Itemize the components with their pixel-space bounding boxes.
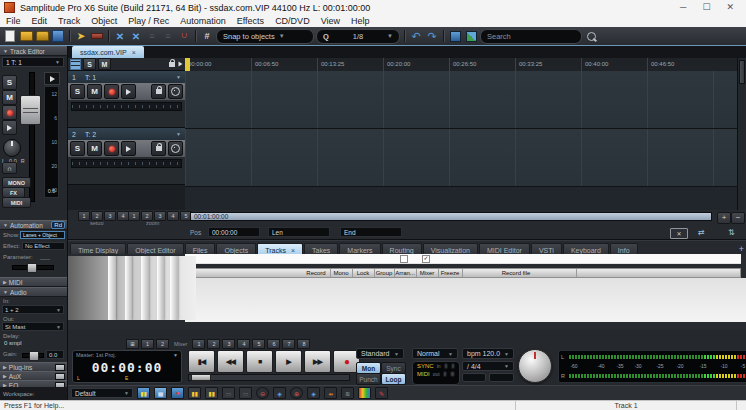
keyboard-icon[interactable]: ▦ <box>154 387 167 399</box>
menu-item[interactable]: Effects <box>237 16 264 26</box>
all-mute-button[interactable]: M <box>98 58 111 70</box>
headphone-icon[interactable]: ∩ <box>2 162 17 174</box>
lock-icon[interactable] <box>169 62 175 67</box>
draw-pen-icon[interactable]: ✎ <box>375 387 388 399</box>
marker-icon[interactable]: ▮▮ <box>188 387 201 399</box>
table-row[interactable] <box>185 254 741 264</box>
snap-magnet-icon[interactable]: ∩ <box>177 30 191 43</box>
crossfade-icon[interactable]: ⇻ <box>324 387 337 399</box>
audio-section-header[interactable]: ▼Audio <box>0 287 67 297</box>
track-settings-button[interactable] <box>168 141 183 156</box>
snapshot-button[interactable]: 5 <box>252 339 265 349</box>
project-tab[interactable]: ssdax.com.VIP × <box>72 46 144 58</box>
automation-show-value[interactable]: Lanes + Object <box>20 231 65 239</box>
track-record-button[interactable] <box>104 84 119 99</box>
track-mute-button[interactable]: M <box>87 84 102 99</box>
vertical-scrollbar-thumb[interactable] <box>739 60 745 84</box>
loop-toggle[interactable]: Loop <box>381 373 406 385</box>
track-monitor-button[interactable] <box>121 141 136 156</box>
chevron-down-icon[interactable]: ▼ <box>176 74 181 80</box>
click-button[interactable] <box>462 373 486 382</box>
track-lane-1[interactable] <box>185 71 737 129</box>
mode-dropdown[interactable]: Normal▼ <box>412 348 458 359</box>
bpm-dropdown[interactable]: bpm 120.0▼ <box>462 348 514 359</box>
end-field[interactable]: End <box>340 227 402 237</box>
nav-horizontal-icon[interactable]: ◈ <box>307 387 320 399</box>
save-icon[interactable] <box>51 30 65 43</box>
mute-button[interactable]: M <box>2 90 17 105</box>
time-signature-dropdown[interactable]: / 4/4▼ <box>462 361 514 371</box>
zoom-in-object-icon[interactable]: ⊕ <box>290 387 303 399</box>
track-lock-button[interactable] <box>151 84 166 99</box>
take-manager-icon[interactable] <box>464 30 478 43</box>
menu-item[interactable]: CD/DVD <box>275 16 310 26</box>
swap-horizontal-icon[interactable]: ⇄ <box>698 228 705 237</box>
zoom-button[interactable]: 1 <box>128 211 140 221</box>
new-project-icon[interactable] <box>3 30 17 43</box>
automation-effect-value[interactable]: No Effect <box>22 242 65 250</box>
snap-mode-dropdown[interactable]: Snap to objects▼ <box>216 29 314 44</box>
panel-icon[interactable] <box>55 364 65 371</box>
snapshot-button[interactable]: 8 <box>297 339 310 349</box>
midi-button[interactable]: MIDI <box>2 197 31 208</box>
pos-value[interactable]: 00:00:00 <box>208 227 260 237</box>
timeline-ruler[interactable]: 00:00:0000:06:5000:13:2500:20:0000:26:50… <box>185 58 737 72</box>
automation-read-badge[interactable]: Rd <box>51 221 65 229</box>
swap-vertical-icon[interactable]: ⇅ <box>728 228 735 237</box>
chevron-down-icon[interactable]: ▼ <box>176 131 181 137</box>
menu-item[interactable]: Object <box>91 16 117 26</box>
snapshot-button[interactable]: 1 <box>192 339 205 349</box>
panel-icon[interactable] <box>55 373 65 380</box>
transport-skip-start[interactable]: ▮◀ <box>188 350 215 373</box>
playhead-marker[interactable] <box>185 58 190 71</box>
track-title-bar[interactable]: 1 T: 1 ▼ <box>68 71 185 83</box>
range-tool-icon[interactable] <box>90 30 104 43</box>
solo-button[interactable]: S <box>2 75 17 90</box>
horizontal-scrollbar[interactable]: 00:01:00:00 <box>190 212 712 221</box>
midi-section-header[interactable]: ▶MIDI <box>0 277 67 287</box>
track-mute-button[interactable]: M <box>87 141 102 156</box>
menu-item[interactable]: Track <box>58 16 80 26</box>
automation-section-header[interactable]: ▼Automation Rd <box>0 220 67 230</box>
col-arrange[interactable]: Arran... <box>395 270 415 276</box>
mixer-icon[interactable]: ▮▮ <box>137 387 150 399</box>
zoom-out-button[interactable]: − <box>731 212 745 224</box>
add-docker-tab-button[interactable]: + <box>739 244 744 254</box>
track-editor-header[interactable]: ▼ Track Editor <box>0 46 67 56</box>
quantize-dropdown[interactable]: Q 1/8 ▼ <box>316 29 400 44</box>
speaker-icon[interactable] <box>179 62 183 67</box>
track-solo-button[interactable]: S <box>70 84 85 99</box>
track-monitor-button[interactable] <box>121 84 136 99</box>
split-icon[interactable]: ✕ <box>129 30 143 43</box>
workspace-dropdown[interactable]: Default▼ <box>71 388 133 398</box>
monitor-volume-knob[interactable] <box>518 349 552 383</box>
range-marker-icon[interactable]: ▮▮ <box>205 387 218 399</box>
time-display[interactable]: Master: 1st Proj.▼ 00:00:00 L E <box>72 350 182 383</box>
menu-item[interactable]: File <box>6 16 21 26</box>
transport-rewind[interactable]: ◀◀ <box>217 350 244 373</box>
transport-stop[interactable]: ■ <box>246 350 273 373</box>
setup-button[interactable]: 3 <box>104 211 116 221</box>
quick-button[interactable]: 2 <box>156 339 169 349</box>
transport-play[interactable]: ▶ <box>275 350 302 373</box>
track-selector[interactable]: 1 T: 1▼ <box>2 57 64 67</box>
video-monitor-icon[interactable]: ● <box>171 387 184 399</box>
cut-icon[interactable]: ✕ <box>113 30 127 43</box>
close-tab-icon[interactable]: × <box>132 49 136 56</box>
search-input[interactable]: Search <box>480 29 582 44</box>
col-mono[interactable]: Mono <box>333 270 348 276</box>
zoom-button[interactable]: 4 <box>167 211 179 221</box>
snapshot-button[interactable]: 2 <box>207 339 220 349</box>
grid-view-icon[interactable] <box>70 59 81 70</box>
pan-knob[interactable] <box>3 139 21 157</box>
col-mixer[interactable]: Mixer <box>420 270 435 276</box>
redo-icon[interactable]: ↷ <box>425 30 439 43</box>
zoom-out-object-icon[interactable]: ⊖ <box>256 387 269 399</box>
track-lane-2[interactable] <box>185 129 737 187</box>
monitor-speaker-icon[interactable] <box>44 72 60 85</box>
snapshot-button[interactable]: 4 <box>237 339 250 349</box>
snapshot-button[interactable]: 3 <box>222 339 235 349</box>
arrange-checkbox[interactable] <box>400 255 408 263</box>
quick-button[interactable]: 1 <box>141 339 154 349</box>
col-group[interactable]: Group <box>376 270 393 276</box>
